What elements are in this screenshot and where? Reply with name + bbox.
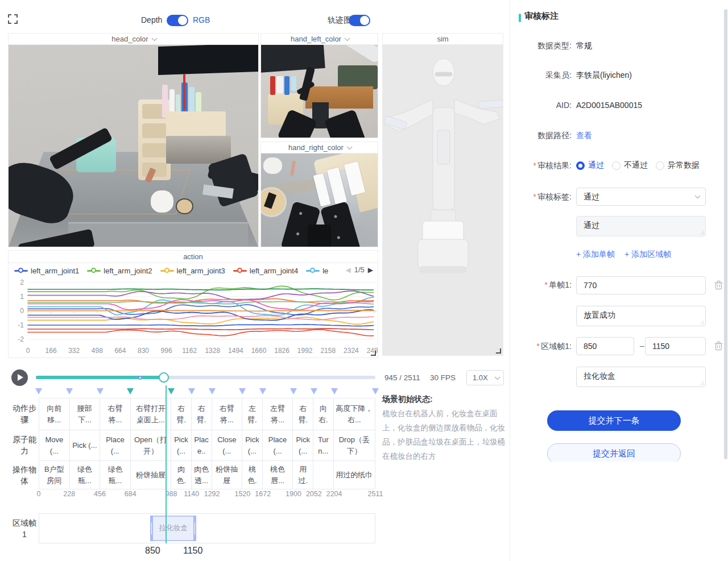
- object-cell[interactable]: 桃色唇...: [263, 461, 293, 489]
- object-cell[interactable]: 肉色透...: [192, 461, 212, 489]
- segment-marker-icon[interactable]: [239, 388, 246, 394]
- step-cell[interactable]: 右臂将...: [212, 398, 243, 430]
- playback-speed-select[interactable]: 1.0X: [466, 370, 504, 385]
- segment-marker-icon[interactable]: [127, 388, 134, 394]
- region-handle-left[interactable]: [150, 516, 153, 541]
- legend-next-icon[interactable]: ▶: [368, 266, 373, 274]
- svg-text:1328: 1328: [205, 347, 220, 355]
- section-accent-bar: [519, 14, 521, 22]
- legend-marker-icon: [87, 268, 101, 273]
- region-start-input[interactable]: 850: [576, 337, 634, 355]
- radio-option[interactable]: 通过: [576, 160, 604, 171]
- slider-handle[interactable]: [159, 372, 169, 383]
- sim-viewport[interactable]: [383, 45, 503, 355]
- atomic-cell[interactable]: Pick (...: [242, 430, 263, 460]
- atomic-cell[interactable]: Place..: [192, 430, 212, 460]
- atomic-cell[interactable]: Pick (...: [70, 430, 101, 460]
- legend-item[interactable]: left_arm_joint4: [233, 267, 298, 275]
- timeline-slider[interactable]: [36, 372, 375, 383]
- depth-rgb-toggle[interactable]: [167, 15, 188, 26]
- step-cell[interactable]: 左臂.: [242, 398, 263, 430]
- region-handle-right[interactable]: [193, 516, 196, 541]
- atomic-cell[interactable]: Turn...: [313, 430, 334, 460]
- segment-marker-icon[interactable]: [35, 388, 42, 394]
- annotation-review-app: Depth RGB 轨迹图 head_color: [0, 0, 728, 561]
- atomic-cell[interactable]: Move (...: [39, 430, 70, 460]
- atomic-cell[interactable]: Drop（丢下）: [334, 430, 375, 460]
- hand-left-color-select[interactable]: hand_left_color: [261, 34, 378, 45]
- play-button[interactable]: [11, 369, 28, 386]
- legend-item[interactable]: left_arm_joint1: [14, 267, 79, 275]
- timeline-tick: 2052: [306, 490, 322, 498]
- step-cell[interactable]: 高度下降，右...: [334, 398, 375, 430]
- submit-next-button[interactable]: 提交并下一条: [547, 410, 681, 431]
- object-cell[interactable]: 绿色瓶...: [70, 461, 101, 489]
- head-color-select[interactable]: head_color: [9, 34, 258, 45]
- legend-item[interactable]: le: [306, 267, 328, 275]
- resize-handle-icon[interactable]: [496, 348, 501, 354]
- atomic-cell[interactable]: Place (...: [100, 430, 131, 460]
- object-cell[interactable]: 用过的纸巾: [334, 461, 375, 489]
- legend-item[interactable]: left_arm_joint3: [160, 267, 225, 275]
- region-end-input[interactable]: 1150: [645, 337, 706, 355]
- segment-markers: [39, 388, 375, 396]
- step-cell[interactable]: 腰部下...: [70, 398, 101, 430]
- resize-grip-icon[interactable]: [700, 381, 704, 385]
- atomic-cell[interactable]: Pick (...: [171, 430, 192, 460]
- resize-grip-icon[interactable]: [700, 230, 704, 235]
- step-cell[interactable]: 向前移...: [39, 398, 70, 430]
- playhead-line[interactable]: [166, 385, 167, 543]
- radio-option[interactable]: 不通过: [612, 160, 648, 171]
- atomic-cell[interactable]: Place (...: [263, 430, 293, 460]
- step-cell[interactable]: 右臂.: [171, 398, 192, 430]
- region-frame-note[interactable]: 拉化妆盒: [576, 367, 706, 387]
- segment-marker-icon[interactable]: [372, 388, 379, 394]
- step-cell[interactable]: 右臂将...: [100, 398, 131, 430]
- atomic-cell[interactable]: Pick (...: [293, 430, 313, 460]
- review-tag-select[interactable]: 通过: [576, 188, 706, 206]
- delete-single-frame-icon[interactable]: [714, 280, 723, 290]
- single-frame-input[interactable]: 770: [576, 276, 706, 294]
- data-path-link[interactable]: 查看: [576, 131, 592, 141]
- region-frame-track[interactable]: 拉化妆盒: [39, 513, 375, 543]
- object-cell[interactable]: 肉色.: [171, 461, 192, 489]
- trajectory-toggle[interactable]: [349, 15, 370, 26]
- segment-marker-icon[interactable]: [97, 388, 104, 394]
- hand-right-color-select[interactable]: hand_right_color: [261, 142, 378, 153]
- segment-marker-icon[interactable]: [290, 388, 297, 394]
- segment-marker-icon[interactable]: [259, 388, 266, 394]
- panel-scrollbar[interactable]: [724, 9, 727, 459]
- svg-text:-1: -1: [18, 321, 24, 329]
- svg-text:166: 166: [46, 347, 57, 355]
- segment-marker-icon[interactable]: [311, 388, 317, 394]
- object-cell[interactable]: 绿色瓶...: [100, 461, 131, 489]
- delete-region-frame-icon[interactable]: [714, 341, 723, 351]
- step-cell[interactable]: 左臂将...: [263, 398, 293, 430]
- segment-marker-icon[interactable]: [66, 388, 73, 394]
- radio-option[interactable]: 异常数据: [656, 160, 700, 171]
- object-cell[interactable]: 用过.: [293, 461, 313, 489]
- step-cell[interactable]: 右臂.: [293, 398, 313, 430]
- region-band[interactable]: 拉化妆盒: [153, 516, 193, 541]
- resize-grip-icon[interactable]: [700, 320, 704, 325]
- resize-handle-icon[interactable]: [371, 351, 376, 356]
- object-cell[interactable]: 桃色.: [242, 461, 263, 489]
- submit-return-button[interactable]: 提交并返回: [547, 443, 681, 464]
- object-cell[interactable]: B户型房间: [39, 461, 70, 489]
- legend-prev-icon[interactable]: ◀: [345, 266, 350, 274]
- legend-item[interactable]: left_arm_joint2: [87, 267, 152, 275]
- segment-marker-icon[interactable]: [331, 388, 338, 394]
- object-cell[interactable]: [313, 461, 334, 489]
- add-single-frame-link[interactable]: + 添加单帧: [576, 250, 615, 260]
- segment-marker-icon[interactable]: [188, 388, 195, 394]
- hand-right-color-video: [261, 153, 378, 247]
- segment-marker-icon[interactable]: [209, 388, 216, 394]
- review-tag-note[interactable]: 通过: [576, 216, 706, 236]
- single-frame-note[interactable]: 放置成功: [576, 306, 706, 326]
- object-cell[interactable]: 粉饼抽屉: [212, 461, 243, 489]
- step-cell[interactable]: 向右.: [313, 398, 334, 430]
- segment-marker-icon[interactable]: [168, 388, 175, 394]
- atomic-cell[interactable]: Close (...: [212, 430, 243, 460]
- step-cell[interactable]: 右臂.: [192, 398, 212, 430]
- add-region-frame-link[interactable]: + 添加区域帧: [624, 250, 671, 260]
